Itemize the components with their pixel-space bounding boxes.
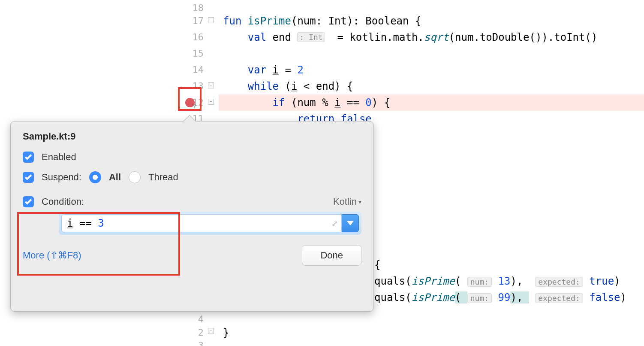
highlight-box-condition bbox=[17, 212, 180, 276]
code-line: fun isPrime(num: Int): Boolean { bbox=[223, 13, 421, 29]
fold-marker-icon[interactable]: − bbox=[208, 328, 214, 334]
condition-label: Condition: bbox=[42, 196, 84, 207]
line-number: 16 bbox=[193, 29, 204, 46]
line-number: 14 bbox=[193, 62, 204, 78]
code-line: { bbox=[374, 257, 380, 273]
fold-marker-icon[interactable]: − bbox=[208, 82, 214, 88]
code-line: while (i < end) { bbox=[223, 78, 353, 94]
code-line: var i = 2 bbox=[223, 62, 304, 78]
condition-history-dropdown[interactable] bbox=[342, 214, 359, 232]
code-line: quals(isPrime( num: 13), expected: true) bbox=[374, 273, 620, 289]
language-dropdown[interactable]: Kotlin ▾ bbox=[333, 196, 361, 207]
code-line: quals(isPrime( num: 99), expected: false… bbox=[374, 289, 626, 306]
condition-row: Condition: Kotlin ▾ bbox=[11, 188, 373, 212]
fold-marker-icon[interactable]: − bbox=[208, 99, 214, 105]
done-button[interactable]: Done bbox=[302, 245, 361, 266]
code-line: if (num % i == 0) { bbox=[223, 94, 390, 111]
suspend-row: Suspend: All Thread bbox=[11, 167, 373, 188]
suspend-checkbox[interactable] bbox=[23, 172, 34, 183]
code-line: } bbox=[223, 325, 229, 341]
suspend-all-label: All bbox=[109, 172, 121, 183]
line-number: 17 bbox=[193, 13, 204, 29]
suspend-all-radio[interactable] bbox=[89, 171, 101, 183]
fold-marker-icon[interactable]: − bbox=[208, 17, 214, 23]
enabled-checkbox[interactable] bbox=[23, 152, 34, 163]
suspend-label: Suspend: bbox=[42, 172, 81, 183]
expand-icon[interactable]: ⤢ bbox=[331, 219, 338, 228]
suspend-thread-radio[interactable] bbox=[129, 171, 141, 183]
condition-checkbox[interactable] bbox=[23, 196, 34, 207]
svg-marker-0 bbox=[347, 221, 354, 226]
highlight-box-breakpoint bbox=[178, 87, 202, 111]
line-number: 3 bbox=[198, 337, 204, 346]
line-number: 15 bbox=[193, 46, 204, 62]
enabled-row: Enabled bbox=[11, 147, 373, 167]
enabled-label: Enabled bbox=[42, 152, 76, 163]
chevron-down-icon: ▾ bbox=[358, 198, 361, 205]
suspend-thread-label: Thread bbox=[148, 172, 178, 183]
code-line: val end : Int = kotlin.math.sqrt(num.toD… bbox=[223, 29, 597, 46]
